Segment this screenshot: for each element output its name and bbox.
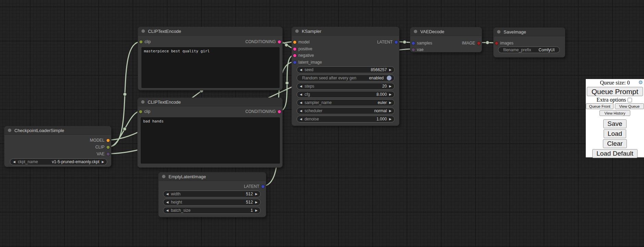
node-title-bar[interactable]: VAEDecode (410, 27, 482, 36)
increment-arrow-icon[interactable]: ▶ (255, 209, 258, 212)
decrement-arrow-icon[interactable]: ◀ (300, 101, 302, 104)
output-slot-latent[interactable]: LATENT (244, 183, 264, 190)
clip-input-dot[interactable] (139, 110, 142, 113)
node-title-bar[interactable]: CheckpointLoaderSimple (4, 126, 111, 135)
clip-output-dot[interactable] (107, 146, 110, 149)
random-seed-toggle-widget[interactable]: Random seed after every gen enabled (297, 75, 395, 81)
samples-input-dot[interactable] (412, 42, 415, 45)
output-slot-conditioning[interactable]: CONDITIONING (245, 38, 281, 45)
output-slot-model[interactable]: MODEL (90, 137, 110, 144)
increment-arrow-icon[interactable]: ▶ (389, 85, 392, 88)
clip-input-dot[interactable] (139, 40, 143, 43)
node-empty-latent-image[interactable]: EmptyLatentImage LATENT ◀ width 512 ▶ ◀ … (158, 172, 266, 217)
model-output-dot[interactable] (107, 139, 110, 142)
view-queue-button[interactable]: View Queue (615, 103, 644, 109)
node-vae-decode[interactable]: VAEDecode samples vae IMAGE (410, 27, 482, 52)
input-slot-model[interactable]: model (293, 39, 310, 46)
view-history-button[interactable]: View History (599, 110, 630, 116)
increment-arrow-icon[interactable]: ▶ (389, 68, 392, 72)
gear-icon[interactable]: ⚙ (639, 80, 643, 85)
graph-canvas[interactable]: CheckpointLoaderSimple MODEL CLIP VAE ◀ … (0, 0, 644, 247)
increment-arrow-icon[interactable]: ▶ (255, 201, 258, 204)
node-ksampler[interactable]: KSampler model positive negative latent_… (292, 27, 399, 126)
image-output-dot[interactable] (477, 42, 480, 45)
decrement-arrow-icon[interactable]: ◀ (300, 118, 302, 121)
positive-input-dot[interactable] (293, 48, 296, 51)
output-slot-clip[interactable]: CLIP (95, 144, 110, 151)
latent-output-dot[interactable] (395, 41, 398, 44)
input-slot-positive[interactable]: positive (293, 46, 312, 52)
increment-arrow-icon[interactable]: ▶ (389, 109, 392, 113)
decrement-arrow-icon[interactable]: ◀ (166, 201, 169, 204)
node-title-bar[interactable]: SaveImage (494, 28, 565, 36)
increment-arrow-icon[interactable]: ▶ (255, 193, 258, 196)
collapse-toggle-icon[interactable] (141, 100, 145, 104)
sampler-name-widget[interactable]: ◀ sampler_name euler ▶ (297, 99, 395, 106)
queue-front-button[interactable]: Queue Front (586, 103, 614, 109)
decrement-arrow-icon[interactable]: ◀ (166, 209, 169, 212)
filename-prefix-widget[interactable]: filename_prefix ComfyUI (498, 47, 560, 53)
input-slot-vae[interactable]: vae (412, 46, 423, 53)
collapse-toggle-icon[interactable] (162, 175, 165, 178)
node-title-bar[interactable]: CLIPTextEncode (138, 27, 282, 36)
increment-arrow-icon[interactable]: ▶ (102, 160, 104, 164)
denoise-widget[interactable]: ◀ denoise 1.000 ▶ (297, 116, 395, 122)
conditioning-output-dot[interactable] (278, 110, 281, 113)
collapse-toggle-icon[interactable] (414, 30, 417, 33)
node-clip-text-encode-positive[interactable]: CLIPTextEncode clip CONDITIONING masterp… (138, 27, 283, 90)
queue-prompt-button[interactable]: Queue Prompt (587, 87, 643, 96)
decrement-arrow-icon[interactable]: ◀ (166, 193, 169, 196)
seed-widget[interactable]: ◀ seed 8566257 ▶ (297, 66, 395, 73)
conditioning-output-dot[interactable] (278, 40, 281, 43)
node-title-bar[interactable]: KSampler (292, 27, 399, 36)
batch-size-widget[interactable]: ◀ batch_size 1 ▶ (163, 207, 261, 214)
vae-input-dot[interactable] (412, 48, 415, 51)
model-input-dot[interactable] (293, 41, 296, 44)
latent-input-dot[interactable] (293, 61, 296, 64)
input-slot-latent-image[interactable]: latent_image (293, 59, 322, 66)
output-slot-latent[interactable]: LATENT (377, 39, 398, 46)
output-slot-conditioning[interactable]: CONDITIONING (245, 108, 281, 115)
ckpt-name-widget[interactable]: ◀ ckpt_name v1-5-pruned-emaonly.ckpt ▶ (10, 158, 107, 165)
scheduler-widget[interactable]: ◀ scheduler normal ▶ (297, 107, 395, 114)
collapse-toggle-icon[interactable] (497, 30, 500, 34)
height-widget[interactable]: ◀ height 512 ▶ (163, 199, 261, 206)
extra-options-checkbox[interactable] (628, 98, 632, 102)
node-clip-text-encode-negative[interactable]: CLIPTextEncode clip CONDITIONING bad han… (137, 98, 283, 168)
decrement-arrow-icon[interactable]: ◀ (300, 68, 302, 72)
images-input-dot[interactable] (495, 42, 498, 45)
increment-arrow-icon[interactable]: ▶ (389, 101, 392, 104)
node-save-image[interactable]: SaveImage images filename_prefix ComfyUI (493, 27, 565, 57)
collapse-toggle-icon[interactable] (295, 29, 299, 33)
latent-output-dot[interactable] (261, 185, 264, 188)
output-slot-vae[interactable]: VAE (97, 151, 110, 157)
node-checkpoint-loader-simple[interactable]: CheckpointLoaderSimple MODEL CLIP VAE ◀ … (4, 126, 111, 167)
steps-widget[interactable]: ◀ steps 20 ▶ (297, 83, 395, 90)
cfg-widget[interactable]: ◀ cfg 8.000 ▶ (297, 91, 395, 98)
width-widget[interactable]: ◀ width 512 ▶ (163, 191, 261, 197)
negative-prompt-textarea[interactable]: bad hands (141, 117, 280, 164)
positive-prompt-textarea[interactable]: masterpiece best quality girl (141, 47, 280, 88)
load-button[interactable]: Load (604, 129, 626, 138)
clear-button[interactable]: Clear (603, 139, 627, 148)
input-slot-clip[interactable]: clip (139, 108, 150, 115)
decrement-arrow-icon[interactable]: ◀ (300, 109, 302, 113)
input-slot-clip[interactable]: clip (139, 38, 151, 45)
increment-arrow-icon[interactable]: ▶ (389, 118, 392, 121)
decrement-arrow-icon[interactable]: ◀ (300, 93, 302, 96)
node-title-bar[interactable]: EmptyLatentImage (159, 172, 266, 181)
input-slot-images[interactable]: images (495, 40, 513, 47)
decrement-arrow-icon[interactable]: ◀ (300, 85, 302, 88)
collapse-toggle-icon[interactable] (8, 129, 11, 132)
input-slot-samples[interactable]: samples (412, 40, 432, 47)
collapse-toggle-icon[interactable] (141, 29, 145, 33)
output-slot-image[interactable]: IMAGE (462, 40, 480, 47)
input-slot-negative[interactable]: negative (293, 52, 314, 59)
decrement-arrow-icon[interactable]: ◀ (13, 160, 15, 164)
toggle-on-icon[interactable] (387, 76, 392, 80)
node-title-bar[interactable]: CLIPTextEncode (138, 98, 282, 106)
vae-output-dot[interactable] (107, 153, 110, 156)
save-button[interactable]: Save (603, 119, 626, 128)
increment-arrow-icon[interactable]: ▶ (389, 93, 392, 96)
negative-input-dot[interactable] (293, 54, 296, 57)
